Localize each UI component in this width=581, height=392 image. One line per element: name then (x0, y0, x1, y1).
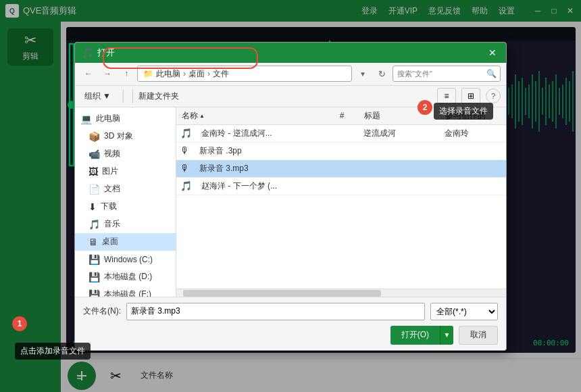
tree-local-d-icon: 💾 (89, 272, 100, 283)
open-dropdown-button[interactable]: ▼ (440, 326, 453, 345)
tree-desktop-icon: 🖥 (89, 237, 98, 247)
tree-music-icon: 🎵 (89, 219, 100, 230)
tree-video-icon: 📹 (89, 149, 100, 160)
filename-row-label: 文件名(N): (83, 305, 121, 317)
file-name-2: 新录音 .3pp (199, 146, 242, 155)
tree-item-local-d[interactable]: 💾 本地磁盘 (D:) (75, 268, 176, 286)
organize-label: 组织 (84, 91, 101, 102)
breadcrumb-files: 文件 (213, 68, 229, 80)
open-btn-group: 打开(O) ▼ (390, 326, 453, 345)
callout-1-text: 点击添加录音文件 (20, 346, 85, 356)
help-button[interactable]: ? (486, 89, 501, 103)
search-container: 🔍 (393, 66, 501, 82)
tree-local-f-label: 本地磁盘 (F:) (104, 289, 151, 297)
dialog-titlebar-left: 🎵 打开 (82, 47, 115, 59)
tree-local-f-icon: 💾 (89, 289, 100, 297)
tree-item-local-f[interactable]: 💾 本地磁盘 (F:) (75, 286, 176, 297)
tree-item-3d[interactable]: 📦 3D 对象 (75, 128, 176, 145)
file-icon-1: 🎵 (180, 128, 192, 139)
tree-item-picture[interactable]: 🖼 图片 (75, 163, 176, 180)
tree-item-download[interactable]: ⬇ 下载 (75, 198, 176, 216)
grid-view-button[interactable]: ⊞ (461, 88, 480, 104)
tree-desktop-label: 桌面 (102, 236, 118, 247)
hscroll[interactable] (176, 289, 506, 297)
col-title-label: 标题 (364, 111, 380, 120)
breadcrumb-pc: 此电脑 (156, 68, 180, 80)
tree-panel: 💻 此电脑 📦 3D 对象 📹 视频 🖼 图片 (75, 107, 176, 297)
file-name-3: 新录音 3.mp3 (199, 164, 249, 173)
dialog-nav: ← → ↑ 📁 此电脑 › 桌面 › 文件 ▼ ↻ 🔍 (75, 63, 506, 86)
tree-item-desktop[interactable]: 🖥 桌面 (75, 233, 176, 251)
tree-download-label: 下载 (101, 201, 117, 212)
dialog-body: 💻 此电脑 📦 3D 对象 📹 视频 🖼 图片 (75, 107, 506, 297)
dialog-overlay: 🎵 打开 ✕ ← → ↑ 📁 此电脑 › 桌面 › 文件 ▼ (0, 0, 581, 392)
hscroll-thumb[interactable] (183, 290, 381, 297)
tree-item-winc[interactable]: 💾 Windows (C:) (75, 251, 176, 268)
tree-item-doc[interactable]: 📄 文档 (75, 180, 176, 198)
dialog-close-button[interactable]: ✕ (486, 46, 499, 59)
callout-1-num: 1 (18, 319, 22, 328)
callout-circle-1: 1 (12, 316, 27, 331)
tree-picture-icon: 🖼 (89, 166, 98, 177)
tree-pc-icon: 💻 (80, 114, 92, 124)
file-dialog: 🎵 打开 ✕ ← → ↑ 📁 此电脑 › 桌面 › 文件 ▼ (74, 42, 507, 351)
file-list-panel: 名称 ▲ # 标题 参与创作的 (176, 107, 506, 289)
refresh-button[interactable]: ↻ (374, 66, 390, 82)
tree-item-video[interactable]: 📹 视频 (75, 145, 176, 163)
open-dropdown-arrow-icon: ▼ (444, 331, 451, 339)
up-button[interactable]: ↑ (118, 66, 134, 82)
file-item-1[interactable]: 🎵 金南玲 - 逆流成河... 逆流成河 金南玲 (176, 125, 506, 143)
breadcrumb-bar[interactable]: 📁 此电脑 › 桌面 › 文件 (137, 66, 352, 82)
cancel-button[interactable]: 取消 (459, 326, 498, 345)
dialog-title-icon: 🎵 (82, 47, 93, 58)
file-icon-2: 🎙 (180, 145, 190, 156)
tree-doc-label: 文档 (104, 183, 120, 195)
tree-3d-icon: 📦 (89, 131, 100, 142)
search-input[interactable] (393, 66, 501, 82)
file-name-4: 赵海洋 - 下一个梦 (... (201, 181, 277, 191)
forward-button[interactable]: → (99, 66, 116, 82)
app-window: Q QVE音频剪辑 登录 开通VIP 意见反馈 帮助 设置 ─ □ ✕ ✂ 剪辑 (0, 0, 581, 392)
tree-item-pc[interactable]: 💻 此电脑 (75, 110, 176, 128)
file-name-1: 金南玲 - 逆流成河... (201, 128, 272, 138)
sort-name-icon: ▲ (199, 113, 205, 119)
tree-picture-label: 图片 (102, 166, 118, 177)
tree-winc-icon: 💾 (89, 254, 100, 265)
sort-name-label: 名称 (182, 110, 198, 122)
back-button[interactable]: ← (80, 66, 97, 82)
filename-input[interactable] (126, 303, 425, 320)
callout-2-num: 2 (423, 103, 428, 112)
filetype-dropdown[interactable]: 全部(*.*) (430, 303, 498, 320)
file-item-2[interactable]: 🎙 新录音 .3pp (176, 143, 506, 160)
new-folder-button[interactable]: 新建文件夹 (132, 89, 184, 103)
file-author-1: 金南玲 (445, 128, 469, 138)
tree-doc-icon: 📄 (89, 184, 100, 195)
callout-circle-2: 2 (418, 100, 432, 115)
tree-video-label: 视频 (104, 148, 120, 160)
sort-by-name-button[interactable]: 名称 ▲ (182, 110, 205, 122)
folder-icon: 📁 (143, 69, 153, 78)
organize-arrow-icon: ▼ (103, 91, 111, 101)
dialog-title: 打开 (97, 47, 115, 59)
tree-item-music[interactable]: 🎵 音乐 (75, 216, 176, 233)
path-dropdown-button[interactable]: ▼ (355, 66, 371, 82)
file-item-4[interactable]: 🎵 赵海洋 - 下一个梦 (... (176, 178, 506, 195)
footer-buttons: 打开(O) ▼ 取消 (83, 326, 498, 345)
callout-2-text: 选择录音文件 (439, 106, 488, 116)
breadcrumb-arrow-2: › (207, 69, 210, 78)
dialog-titlebar: 🎵 打开 ✕ (75, 43, 506, 63)
tree-pc-label: 此电脑 (96, 113, 120, 124)
tree-download-icon: ⬇ (89, 201, 97, 212)
organize-button[interactable]: 组织 ▼ (80, 89, 115, 103)
file-list-area: 名称 ▲ # 标题 参与创作的 (176, 107, 506, 297)
file-icon-3: 🎙 (180, 163, 190, 174)
open-button[interactable]: 打开(O) (390, 326, 440, 345)
file-item-3[interactable]: 🎙 新录音 3.mp3 (176, 160, 506, 178)
list-view-button[interactable]: ≡ (437, 88, 456, 104)
callout-1: 点击添加录音文件 (15, 343, 91, 360)
file-icon-4: 🎵 (180, 180, 192, 191)
breadcrumb-arrow-1: › (183, 69, 186, 78)
dialog-footer: 文件名(N): 全部(*.*) 打开(O) ▼ 取消 (75, 297, 506, 350)
file-title-1: 逆流成河 (363, 128, 396, 138)
filename-row: 文件名(N): 全部(*.*) (83, 303, 498, 320)
